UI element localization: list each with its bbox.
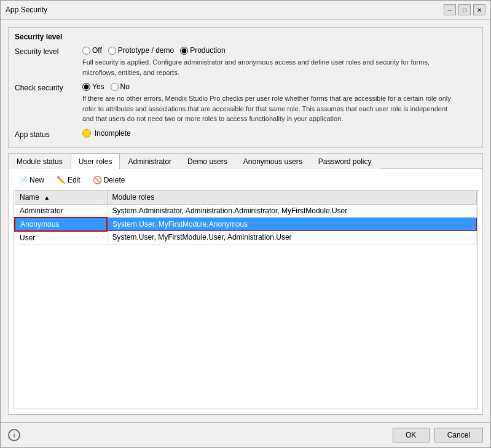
delete-button-label: Delete bbox=[104, 176, 125, 184]
radio-production-label: Production bbox=[190, 46, 225, 55]
tab-user-roles[interactable]: User roles bbox=[71, 154, 120, 169]
edit-icon: ✏️ bbox=[57, 176, 66, 184]
row-roles-user: System.User, MyFirstModule.User, Adminis… bbox=[107, 231, 477, 245]
title-bar: App Security ─ □ ✕ bbox=[1, 1, 490, 20]
app-status-content: Incomplete bbox=[82, 129, 476, 138]
name-sort-icon: ▲ bbox=[44, 194, 50, 201]
check-security-row: Check security Yes No If there are no ot… bbox=[15, 82, 476, 124]
user-roles-tbody: Administrator System.Administrator, Admi… bbox=[15, 204, 477, 244]
security-level-label: Security level bbox=[15, 46, 82, 56]
app-status-row: App status Incomplete bbox=[15, 129, 476, 139]
user-roles-table-container: Name ▲ Module roles Administrator bbox=[14, 190, 477, 410]
tab-demo-users[interactable]: Demo users bbox=[179, 154, 235, 169]
row-roles-anonymous: System.User, MyFirstModule.Anonymous bbox=[107, 218, 477, 231]
radio-yes[interactable]: Yes bbox=[82, 82, 104, 91]
col-name-label: Name bbox=[20, 193, 39, 202]
radio-production[interactable]: Production bbox=[180, 46, 225, 55]
edit-button-label: Edit bbox=[68, 176, 81, 184]
radio-prototype-input[interactable] bbox=[108, 47, 116, 55]
row-name-anonymous: Anonymous bbox=[15, 218, 107, 231]
status-dot-icon bbox=[82, 129, 91, 138]
tab-administrator[interactable]: Administrator bbox=[120, 154, 179, 169]
security-level-description: Full security is applied. Configure admi… bbox=[82, 57, 451, 77]
info-icon[interactable]: i bbox=[8, 429, 20, 441]
new-icon: 📄 bbox=[18, 176, 28, 184]
window-controls: ─ □ ✕ bbox=[444, 4, 485, 15]
table-row[interactable]: Administrator System.Administrator, Admi… bbox=[15, 204, 477, 218]
table-row[interactable]: User System.User, MyFirstModule.User, Ad… bbox=[15, 231, 477, 245]
radio-yes-input[interactable] bbox=[82, 83, 90, 91]
edit-button[interactable]: ✏️ Edit bbox=[52, 174, 85, 186]
check-security-radio-group: Yes No bbox=[82, 82, 476, 91]
security-section-title: Security level bbox=[15, 33, 476, 41]
row-name-administrator: Administrator bbox=[15, 204, 107, 218]
radio-prototype-label: Prototype / demo bbox=[118, 46, 174, 55]
check-security-content: Yes No If there are no other errors, Men… bbox=[82, 82, 476, 124]
col-module-roles-header: Module roles bbox=[107, 191, 477, 205]
footer-left: i bbox=[8, 429, 20, 441]
new-button-label: New bbox=[29, 176, 44, 184]
user-roles-toolbar: 📄 New ✏️ Edit 🚫 Delete bbox=[14, 174, 477, 186]
user-roles-table: Name ▲ Module roles Administrator bbox=[14, 191, 477, 245]
check-security-description: If there are no other errors, Mendix Stu… bbox=[82, 93, 451, 124]
radio-yes-label: Yes bbox=[92, 82, 104, 91]
radio-off[interactable]: Off bbox=[82, 46, 102, 55]
security-level-section: Security level Security level Off Protot… bbox=[8, 27, 483, 148]
tab-anonymous-users[interactable]: Anonymous users bbox=[235, 154, 310, 169]
ok-button[interactable]: OK bbox=[393, 428, 430, 442]
radio-no-input[interactable] bbox=[111, 83, 119, 91]
footer-buttons: OK Cancel bbox=[393, 428, 483, 442]
col-module-roles-label: Module roles bbox=[112, 193, 155, 202]
minimize-button[interactable]: ─ bbox=[444, 4, 456, 15]
radio-no-label: No bbox=[120, 82, 130, 91]
radio-no[interactable]: No bbox=[111, 82, 130, 91]
table-header-row: Name ▲ Module roles bbox=[15, 191, 477, 205]
radio-off-label: Off bbox=[92, 46, 102, 55]
footer: i OK Cancel bbox=[1, 422, 490, 447]
tabs-panel: Module status User roles Administrator D… bbox=[8, 153, 483, 415]
status-text: Incomplete bbox=[95, 129, 131, 138]
col-name-header: Name ▲ bbox=[15, 191, 107, 205]
cancel-button[interactable]: Cancel bbox=[434, 428, 483, 442]
security-level-content: Off Prototype / demo Production Full sec… bbox=[82, 46, 476, 77]
user-roles-tab-content: 📄 New ✏️ Edit 🚫 Delete bbox=[9, 169, 482, 415]
row-name-user: User bbox=[15, 231, 107, 245]
check-security-label: Check security bbox=[15, 82, 82, 92]
main-content: Security level Security level Off Protot… bbox=[1, 20, 490, 422]
app-status-indicator: Incomplete bbox=[82, 129, 476, 138]
tab-password-policy[interactable]: Password policy bbox=[310, 154, 380, 169]
row-roles-administrator: System.Administrator, Administration.Adm… bbox=[107, 204, 477, 218]
new-button[interactable]: 📄 New bbox=[14, 174, 49, 186]
app-security-window: App Security ─ □ ✕ Security level Securi… bbox=[0, 0, 491, 448]
maximize-button[interactable]: □ bbox=[458, 4, 471, 15]
tab-module-status[interactable]: Module status bbox=[9, 154, 71, 169]
delete-button[interactable]: 🚫 Delete bbox=[88, 174, 130, 186]
tab-bar: Module status User roles Administrator D… bbox=[9, 154, 482, 169]
radio-production-input[interactable] bbox=[180, 47, 188, 55]
close-button[interactable]: ✕ bbox=[473, 4, 485, 15]
window-title: App Security bbox=[6, 6, 47, 14]
security-level-radio-group: Off Prototype / demo Production bbox=[82, 46, 476, 55]
security-level-row: Security level Off Prototype / demo bbox=[15, 46, 476, 77]
table-row[interactable]: Anonymous System.User, MyFirstModule.Ano… bbox=[15, 218, 477, 231]
radio-prototype[interactable]: Prototype / demo bbox=[108, 46, 174, 55]
delete-icon: 🚫 bbox=[93, 176, 102, 184]
radio-off-input[interactable] bbox=[82, 47, 90, 55]
app-status-label: App status bbox=[15, 129, 82, 139]
